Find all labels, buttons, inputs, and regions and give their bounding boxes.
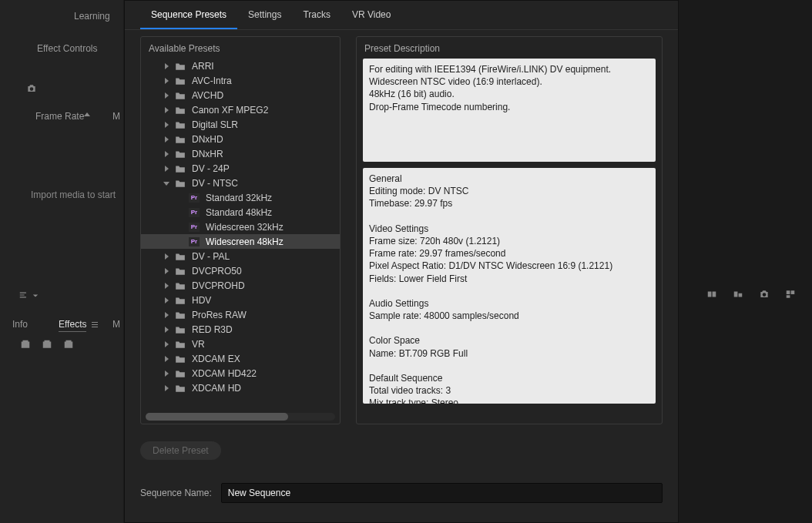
tree-item-label: DV - PAL	[192, 251, 230, 262]
tree-item-label: Widescreen 48kHz	[206, 236, 284, 247]
caret-right-icon[interactable]	[163, 384, 170, 392]
column-frame-rate[interactable]: Frame Rate	[35, 111, 84, 122]
folder-icon	[175, 281, 186, 290]
preset-standard-32khz[interactable]: PrStandard 32kHz	[141, 190, 340, 205]
preset-widescreen-32khz[interactable]: PrWidescreen 32kHz	[141, 220, 340, 234]
column-truncated-1: M	[112, 111, 120, 122]
bin-icon-3[interactable]	[63, 339, 74, 350]
caret-right-icon[interactable]	[163, 77, 170, 85]
delete-preset-button: Delete Preset	[140, 441, 221, 460]
bg-tab-info[interactable]: Info	[12, 319, 28, 330]
caret-right-icon[interactable]	[163, 106, 170, 114]
caret-right-icon[interactable]	[163, 150, 170, 158]
folder-icon	[175, 62, 186, 71]
folder-icon	[175, 384, 186, 393]
bg-tab-effects[interactable]: Effects	[59, 319, 86, 332]
comparison-icon[interactable]	[784, 289, 797, 300]
caret-right-icon[interactable]	[163, 62, 170, 70]
export-frame-icon[interactable]	[758, 289, 770, 300]
preset-details-text: General Editing mode: DV NTSC Timebase: …	[363, 168, 656, 404]
folder-red-r3d[interactable]: RED R3D	[141, 322, 340, 337]
tree-item-label: XDCAM EX	[192, 354, 240, 364]
folder-avchd[interactable]: AVCHD	[141, 88, 340, 102]
folder-xdcam-hd422[interactable]: XDCAM HD422	[141, 366, 340, 381]
column-truncated-2: M	[112, 319, 120, 330]
preset-standard-48khz[interactable]: PrStandard 48kHz	[141, 205, 340, 220]
tree-item-label: Widescreen 32kHz	[206, 222, 284, 233]
toolbar-icons	[706, 289, 797, 300]
folder-xdcam-hd[interactable]: XDCAM HD	[141, 381, 340, 395]
folder-canon-xf-mpeg2[interactable]: Canon XF MPEG2	[141, 102, 340, 117]
tree-hscrollbar[interactable]	[146, 413, 335, 421]
tab-settings[interactable]: Settings	[237, 1, 292, 29]
available-presets-title: Available Presets	[141, 37, 340, 59]
sequence-name-input[interactable]	[221, 483, 663, 503]
folder-icon	[175, 91, 186, 100]
folder-icon	[175, 340, 186, 349]
preset-tree[interactable]: ARRIAVC-IntraAVCHDCanon XF MPEG2Digital …	[141, 59, 340, 413]
folder-vr[interactable]: VR	[141, 337, 340, 351]
caret-right-icon[interactable]	[163, 136, 170, 143]
bg-tab-learning[interactable]: Learning	[74, 11, 110, 22]
overwrite-icon[interactable]	[732, 289, 744, 300]
tab-sequence-presets[interactable]: Sequence Presets	[140, 1, 237, 29]
folder-icon	[175, 310, 186, 320]
folder-dv-ntsc[interactable]: DV - NTSC	[141, 176, 340, 190]
folder-icon	[175, 120, 186, 129]
folder-hdv[interactable]: HDV	[141, 293, 340, 307]
menu-icon[interactable]	[18, 290, 29, 300]
folder-prores-raw[interactable]: ProRes RAW	[141, 307, 340, 322]
preset-widescreen-48khz[interactable]: PrWidescreen 48kHz	[141, 234, 340, 249]
caret-right-icon[interactable]	[163, 326, 170, 334]
caret-right-icon[interactable]	[163, 121, 170, 129]
tree-item-label: VR	[192, 339, 205, 350]
preset-icon: Pr	[189, 208, 200, 217]
folder-icon	[175, 369, 186, 378]
folder-dvcpro50[interactable]: DVCPRO50	[141, 263, 340, 278]
caret-right-icon[interactable]	[163, 311, 170, 319]
background-panel: Learning Effect Controls Frame Rate M Im…	[0, 0, 123, 523]
tree-item-label: Standard 48kHz	[206, 207, 272, 218]
folder-icon	[175, 354, 186, 364]
folder-xdcam-ex[interactable]: XDCAM EX	[141, 351, 340, 366]
folder-dvcprohd[interactable]: DVCPROHD	[141, 278, 340, 293]
caret-right-icon[interactable]	[163, 355, 170, 363]
panel-menu-icon[interactable]	[91, 320, 99, 328]
preset-icon: Pr	[189, 193, 200, 203]
folder-dnxhd[interactable]: DNxHD	[141, 132, 340, 146]
tab-tracks[interactable]: Tracks	[292, 1, 341, 29]
folder-icon	[175, 296, 186, 305]
tree-item-label: AVC-Intra	[192, 75, 232, 86]
tab-vr-video[interactable]: VR Video	[341, 1, 401, 29]
folder-icon	[175, 179, 186, 188]
bin-icon-1[interactable]	[20, 339, 31, 350]
caret-right-icon[interactable]	[163, 92, 170, 99]
caret-right-icon[interactable]	[163, 267, 170, 275]
folder-dv-pal[interactable]: DV - PAL	[141, 249, 340, 263]
preset-description-panel: Preset Description For editing with IEEE…	[356, 36, 663, 424]
caret-right-icon[interactable]	[163, 370, 170, 377]
camera-icon	[26, 83, 37, 94]
tree-item-label: AVCHD	[192, 90, 223, 101]
sequence-name-label: Sequence Name:	[140, 488, 212, 498]
caret-right-icon[interactable]	[163, 165, 170, 173]
bg-tab-effect-controls[interactable]: Effect Controls	[37, 43, 97, 54]
folder-arri[interactable]: ARRI	[141, 59, 340, 73]
folder-dnxhr[interactable]: DNxHR	[141, 146, 340, 161]
caret-down-icon[interactable]	[163, 179, 170, 187]
caret-right-icon[interactable]	[163, 253, 170, 260]
bin-icon-2[interactable]	[42, 339, 52, 350]
tree-item-label: DVCPROHD	[192, 280, 245, 291]
chevron-down-icon[interactable]	[32, 293, 39, 299]
folder-digital-slr[interactable]: Digital SLR	[141, 117, 340, 132]
caret-right-icon[interactable]	[163, 340, 170, 348]
folder-icon	[175, 164, 186, 173]
preset-icon: Pr	[189, 223, 200, 232]
folder-icon	[175, 106, 186, 115]
caret-right-icon[interactable]	[163, 282, 170, 290]
folder-dv-24p[interactable]: DV - 24P	[141, 161, 340, 176]
folder-avc-intra[interactable]: AVC-Intra	[141, 73, 340, 88]
insert-icon[interactable]	[706, 289, 718, 300]
caret-right-icon[interactable]	[163, 297, 170, 304]
new-sequence-dialog: Sequence PresetsSettingsTracksVR Video A…	[124, 0, 679, 523]
